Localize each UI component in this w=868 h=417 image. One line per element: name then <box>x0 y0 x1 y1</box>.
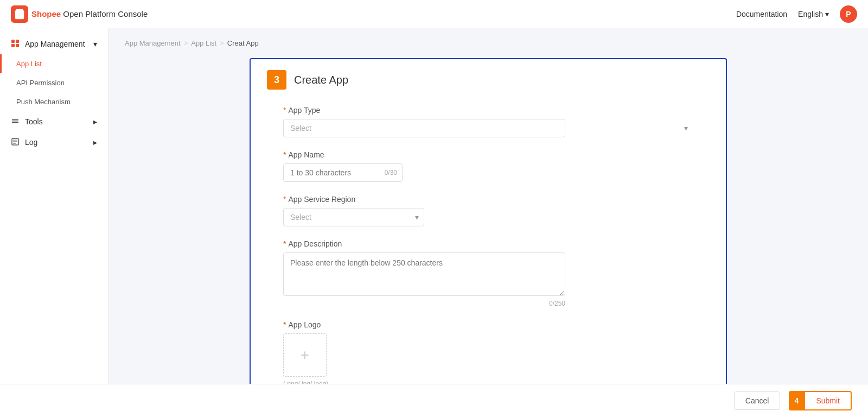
logo-upload-area[interactable]: + <box>283 333 327 377</box>
sidebar-item-api-permission-label: API Permission <box>16 79 65 87</box>
required-star-name: * <box>283 150 286 159</box>
sidebar-item-tools[interactable]: Tools ▸ <box>0 111 108 132</box>
app-logo-label: * App Logo <box>283 320 693 329</box>
header-left: Shopee Open Platform Console <box>11 5 148 23</box>
region-select-wrapper: Select ▾ <box>283 208 424 226</box>
brand-name: Shopee Open Platform Console <box>31 9 148 18</box>
create-app-form-card: 3 Create App * App Type Select ▾ <box>250 58 727 417</box>
svg-rect-3 <box>11 44 15 47</box>
page-footer: Cancel 4 Submit <box>0 384 868 417</box>
app-description-label: * App Description <box>283 239 693 248</box>
form-body: * App Type Select ▾ * App Name <box>251 100 726 417</box>
app-description-group: * App Description 0/250 <box>283 239 693 307</box>
shopee-bag-icon <box>14 8 25 20</box>
app-service-region-group: * App Service Region Select ▾ <box>283 195 693 226</box>
sidebar-item-api-permission[interactable]: API Permission <box>0 73 108 92</box>
sidebar-item-tools-label: Tools <box>25 117 43 126</box>
sidebar-item-app-management[interactable]: App Management ▾ <box>0 34 108 54</box>
header-right: Documentation English ▾ P <box>736 5 857 23</box>
sidebar-item-log[interactable]: Log ▸ <box>0 132 108 153</box>
svg-rect-2 <box>16 40 19 43</box>
chevron-right-icon: ▸ <box>93 117 97 126</box>
svg-rect-4 <box>16 44 19 47</box>
log-icon <box>11 137 21 147</box>
sidebar-item-log-label: Log <box>25 138 37 147</box>
description-count: 0/250 <box>283 300 565 307</box>
grid-icon <box>11 39 21 49</box>
app-type-label: * App Type <box>283 106 693 115</box>
svg-rect-6 <box>12 121 18 122</box>
submit-wrapper: 4 Submit <box>789 391 852 410</box>
app-service-region-label: * App Service Region <box>283 195 693 204</box>
breadcrumb-sep-1: > <box>184 39 188 47</box>
app-type-group: * App Type Select ▾ <box>283 106 693 137</box>
documentation-link[interactable]: Documentation <box>736 10 787 18</box>
shopee-icon <box>11 5 28 23</box>
cancel-button[interactable]: Cancel <box>734 391 781 410</box>
breadcrumb: App Management > App List > Creat App <box>125 39 852 47</box>
app-description-textarea[interactable] <box>283 252 565 296</box>
svg-rect-5 <box>12 119 18 120</box>
app-type-select[interactable]: Select <box>283 119 565 137</box>
breadcrumb-current: Creat App <box>227 39 259 47</box>
app-type-select-wrapper: Select ▾ <box>283 119 693 137</box>
app-logo-group: * App Logo + (.png/.jpg/.jpeg) <box>283 320 693 388</box>
app-name-input-wrapper: 0/30 <box>283 163 403 182</box>
app-service-region-select[interactable]: Select <box>283 208 424 226</box>
language-selector[interactable]: English ▾ <box>798 10 829 18</box>
form-card-header: 3 Create App <box>251 59 726 100</box>
tools-icon <box>11 117 21 127</box>
submit-step-badge: 4 <box>789 391 804 410</box>
breadcrumb-app-list[interactable]: App List <box>191 39 216 47</box>
required-star: * <box>283 106 286 115</box>
shopee-logo: Shopee Open Platform Console <box>11 5 148 23</box>
form-title: Create App <box>294 74 348 86</box>
app-header: Shopee Open Platform Console Documentati… <box>0 0 868 28</box>
main-content: App Management > App List > Creat App 3 … <box>108 28 868 417</box>
main-layout: App Management ▾ App List API Permission… <box>0 28 868 417</box>
user-avatar[interactable]: P <box>840 5 857 23</box>
plus-icon: + <box>301 346 309 364</box>
breadcrumb-app-management[interactable]: App Management <box>125 39 181 47</box>
required-star-desc: * <box>283 239 286 248</box>
svg-rect-1 <box>11 40 15 43</box>
chevron-down-icon: ▾ <box>684 124 688 132</box>
sidebar-item-app-list[interactable]: App List <box>0 54 108 73</box>
app-name-group: * App Name 0/30 <box>283 150 693 182</box>
chevron-right-icon-log: ▸ <box>93 138 97 147</box>
sidebar-item-app-management-label: App Management <box>25 40 85 48</box>
app-name-count: 0/30 <box>385 169 397 176</box>
sidebar-item-push-mechanism[interactable]: Push Mechanism <box>0 92 108 111</box>
step-badge: 3 <box>267 70 286 90</box>
chevron-down-icon: ▾ <box>825 10 829 18</box>
sidebar-item-push-mechanism-label: Push Mechanism <box>16 98 71 106</box>
svg-rect-7 <box>12 122 18 123</box>
required-star-logo: * <box>283 320 286 329</box>
chevron-down-icon: ▾ <box>93 40 97 48</box>
breadcrumb-sep-2: > <box>220 39 224 47</box>
sidebar-item-app-list-label: App List <box>16 60 42 68</box>
app-name-label: * App Name <box>283 150 693 159</box>
sidebar: App Management ▾ App List API Permission… <box>0 28 108 417</box>
required-star-region: * <box>283 195 286 204</box>
submit-button[interactable]: Submit <box>804 391 852 410</box>
